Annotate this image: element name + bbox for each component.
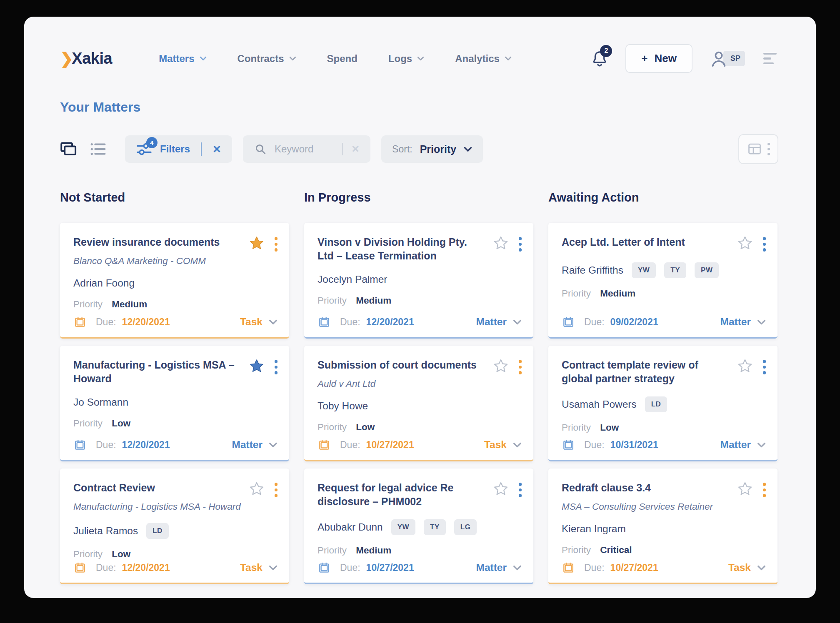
card-manufacturing-logistics-msa[interactable]: Manufacturing - Logistics MSA – Howard J… [60,346,289,461]
more-menu-icon[interactable] [763,481,766,497]
calendar-icon [562,315,575,329]
card-title: Manufacturing - Logistics MSA – Howard [73,358,249,386]
chevron-down-icon [269,565,278,571]
card-footer: Due: 12/20/2021 Matter [73,438,278,451]
favorite-star-icon[interactable] [493,481,509,497]
favorite-star-icon[interactable] [737,481,753,497]
column-not-started: Not Started Review insurance documents B… [60,191,289,584]
keyword-input[interactable] [274,143,334,155]
user-avatar[interactable]: SP [709,49,745,68]
type-selector[interactable]: Matter [232,439,278,451]
more-menu-icon[interactable] [519,481,522,497]
favorite-star-icon[interactable] [493,235,509,251]
column-in-progress: In Progress Vinson v Division Holding Pt… [304,191,533,584]
card-list: Acep Ltd. Letter of Intent Raife Griffit… [548,223,778,584]
more-menu-icon[interactable] [275,481,278,497]
favorite-star-icon[interactable] [249,358,265,374]
card-title: Contract Review [73,481,249,495]
sort-dropdown[interactable]: Sort: Priority [381,135,483,163]
xakia-logo[interactable]: ❯ Xakia [60,50,112,68]
board-layout-icon [747,142,762,157]
clear-keyword-icon[interactable]: ✕ [351,143,360,155]
type-label: Matter [232,439,262,451]
card-title: Contract template review of global partn… [562,358,737,386]
type-selector[interactable]: Matter [720,316,766,328]
priority-row: Priority Medium [562,288,766,299]
keyword-search: ✕ [243,135,370,163]
label-badge: TY [424,519,446,535]
favorite-star-icon[interactable] [249,235,265,251]
page-title: Your Matters [60,100,816,115]
card-submission-court-documents[interactable]: Submission of court documents Auld v Ant… [304,346,533,461]
card-acep-letter-of-intent[interactable]: Acep Ltd. Letter of Intent Raife Griffit… [548,223,778,339]
type-selector[interactable]: Matter [476,316,522,328]
card-footer: Due: 10/27/2021 Matter [318,561,522,574]
calendar-icon [73,438,87,451]
more-menu-icon[interactable] [275,358,278,374]
nav-item-logs[interactable]: Logs [388,53,424,65]
card-contract-review[interactable]: Contract Review Manufacturing - Logistic… [60,468,289,584]
more-menu-icon[interactable] [519,358,522,374]
more-menu-icon[interactable] [519,235,522,252]
nav-item-contracts[interactable]: Contracts [238,53,296,65]
favorite-star-icon[interactable] [493,358,509,374]
priority-value: Medium [600,288,635,299]
new-button[interactable]: + New [625,44,692,73]
chevron-down-icon [269,319,278,325]
assignee-name: Julieta Ramos [73,525,138,537]
priority-row: Priority Critical [562,545,766,556]
card-list: Review insurance documents Blanco Q&A Ma… [60,223,289,584]
type-label: Matter [720,439,751,451]
chevron-down-icon [513,565,522,571]
card-review-insurance-documents[interactable]: Review insurance documents Blanco Q&A Ma… [60,223,289,339]
card-vinson-lease-termination[interactable]: Vinson v Division Holding Pty. Ltd – Lea… [304,223,533,339]
type-label: Task [728,562,751,573]
type-selector[interactable]: Task [728,562,766,573]
card-title: Vinson v Division Holding Pty. Ltd – Lea… [318,235,493,263]
favorite-star-icon[interactable] [737,358,753,374]
nav-item-analytics[interactable]: Analytics [455,53,512,65]
card-view-icon[interactable] [60,142,78,157]
app-window: ❯ Xakia Matters Contracts Spend Logs Ana… [24,17,816,598]
notifications-bell-icon[interactable]: 2 [590,49,609,68]
priority-value: Critical [600,545,632,555]
filters-button[interactable]: 4 Filters ✕ [125,135,232,163]
list-view-icon[interactable] [89,142,107,157]
card-contract-template-review[interactable]: Contract template review of global partn… [548,346,778,461]
card-footer: Due: 10/31/2021 Matter [562,438,766,451]
card-request-legal-advice[interactable]: Request for legal advice Re disclosure –… [304,468,533,584]
card-footer: Due: 10/27/2021 Task [562,561,766,574]
clear-filters-icon[interactable]: ✕ [212,143,221,155]
priority-row: Priority Low [318,422,522,433]
column-title: Awaiting Action [548,191,778,204]
top-nav-bar: ❯ Xakia Matters Contracts Spend Logs Ana… [24,17,816,73]
board-settings-button[interactable] [738,134,778,164]
priority-value: Low [600,422,619,433]
assignee-name: Adrian Foong [73,277,135,289]
menu-icon[interactable] [762,51,778,66]
nav-item-matters[interactable]: Matters [159,53,206,65]
search-icon [254,142,267,156]
priority-value: Low [112,418,130,429]
priority-value: Medium [356,545,391,556]
chevron-down-icon [757,442,766,448]
label-badge: TY [664,262,686,278]
type-selector[interactable]: Task [484,439,522,451]
type-label: Task [240,562,262,573]
type-selector[interactable]: Task [240,562,278,573]
nav-item-spend[interactable]: Spend [327,53,358,65]
favorite-star-icon[interactable] [249,481,265,497]
more-menu-icon[interactable] [763,235,766,252]
label-badge: LD [146,523,169,539]
more-menu-icon[interactable] [275,235,278,252]
type-selector[interactable]: Matter [476,562,522,573]
due-date: 10/31/2021 [610,439,658,451]
more-menu-icon[interactable] [763,358,766,374]
card-redraft-clause[interactable]: Redraft clause 3.4 MSA – Consulting Serv… [548,468,778,584]
chevron-down-icon [513,319,522,325]
assignee-name: Toby Howe [318,400,368,412]
type-selector[interactable]: Task [240,316,278,328]
assignee-name: Jo Sormann [73,396,128,408]
type-selector[interactable]: Matter [720,439,766,451]
favorite-star-icon[interactable] [737,235,753,251]
